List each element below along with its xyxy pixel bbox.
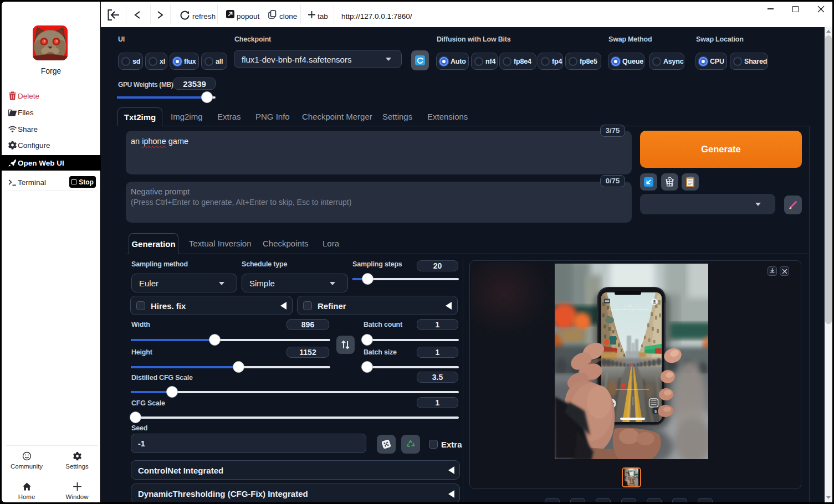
svg-text:3.4: 3.4 bbox=[628, 304, 632, 307]
svg-text:$: $ bbox=[654, 409, 657, 414]
